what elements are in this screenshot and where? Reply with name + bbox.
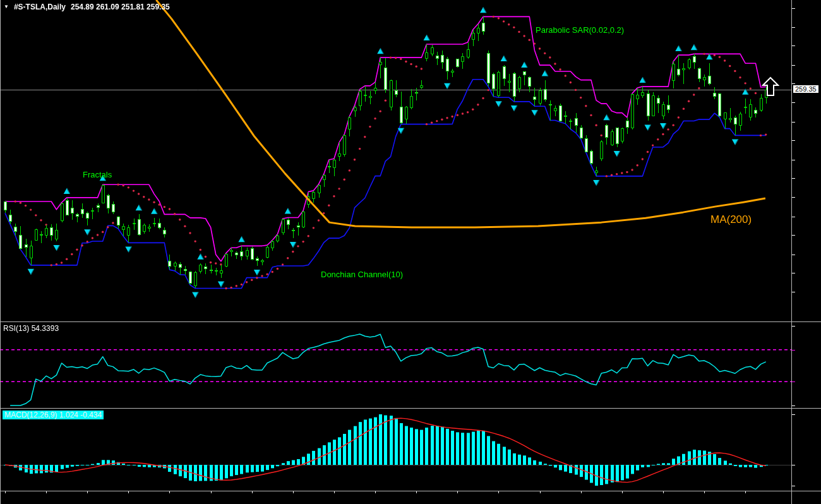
chart-window: ▼ #S-TSLA,Daily 254.89 261.09 251.81 259… [0,0,821,504]
label-fractals: Fractals [83,170,112,179]
up-arrow-icon[interactable] [762,76,779,97]
pane-separator [0,491,821,491]
macd-label[interactable]: MACD(12,26,9) 1.024 -0.434 [3,411,104,419]
axis-border [791,0,792,504]
label-ma200: MA(200) [710,213,752,226]
chart-canvas[interactable] [0,0,821,504]
rsi-label: RSI(13) 54.3393 [3,324,59,333]
current-price-badge: 259.35 [793,85,818,93]
label-parabolic-sar: Parabolic SAR(0.02,0.2) [536,25,624,35]
label-donchian: Donchian Channel(10) [321,270,403,279]
chart-title: ▼ #S-TSLA,Daily 254.89 261.09 251.81 259… [4,3,170,11]
title-ohlc: 254.89 261.09 251.81 259.35 [71,3,170,11]
chart-left-border [0,0,1,504]
title-symbol: #S-TSLA,Daily [14,3,66,11]
pane-separator[interactable] [0,408,821,409]
pane-separator[interactable] [0,321,821,322]
dropdown-icon[interactable]: ▼ [4,3,9,11]
